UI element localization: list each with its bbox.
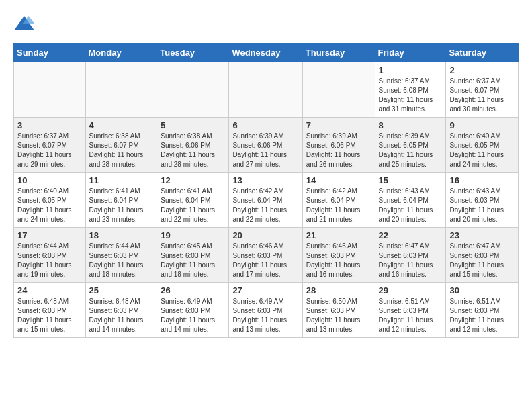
calendar-cell	[302, 62, 375, 118]
calendar-cell	[14, 62, 86, 118]
calendar-cell: 21Sunrise: 6:46 AM Sunset: 6:03 PM Dayli…	[302, 228, 375, 283]
calendar-cell: 11Sunrise: 6:41 AM Sunset: 6:04 PM Dayli…	[85, 173, 157, 228]
day-number: 16	[449, 175, 515, 185]
day-number: 25	[89, 285, 154, 295]
day-info: Sunrise: 6:39 AM Sunset: 6:06 PM Dayligh…	[306, 132, 371, 169]
day-info: Sunrise: 6:37 AM Sunset: 6:07 PM Dayligh…	[17, 132, 82, 169]
day-number: 8	[379, 120, 443, 130]
day-info: Sunrise: 6:47 AM Sunset: 6:03 PM Dayligh…	[379, 242, 443, 279]
day-number: 28	[306, 285, 371, 295]
calendar-header-monday: Monday	[85, 44, 157, 62]
day-info: Sunrise: 6:37 AM Sunset: 6:07 PM Dayligh…	[449, 77, 515, 114]
calendar-cell: 18Sunrise: 6:44 AM Sunset: 6:03 PM Dayli…	[85, 228, 157, 283]
day-number: 21	[306, 230, 371, 240]
day-info: Sunrise: 6:39 AM Sunset: 6:05 PM Dayligh…	[379, 132, 443, 169]
calendar-header-row: SundayMondayTuesdayWednesdayThursdayFrid…	[14, 44, 519, 62]
calendar-cell: 20Sunrise: 6:46 AM Sunset: 6:03 PM Dayli…	[229, 228, 302, 283]
day-info: Sunrise: 6:40 AM Sunset: 6:05 PM Dayligh…	[17, 187, 82, 224]
day-number: 10	[17, 175, 82, 185]
day-number: 5	[161, 120, 225, 130]
calendar-header-friday: Friday	[375, 44, 446, 62]
day-info: Sunrise: 6:43 AM Sunset: 6:04 PM Dayligh…	[379, 187, 443, 224]
day-info: Sunrise: 6:43 AM Sunset: 6:03 PM Dayligh…	[449, 187, 515, 224]
calendar-week-row: 17Sunrise: 6:44 AM Sunset: 6:03 PM Dayli…	[14, 228, 519, 283]
day-number: 22	[379, 230, 443, 240]
day-info: Sunrise: 6:42 AM Sunset: 6:04 PM Dayligh…	[306, 187, 371, 224]
day-info: Sunrise: 6:38 AM Sunset: 6:07 PM Dayligh…	[89, 132, 154, 169]
day-number: 20	[232, 230, 298, 240]
day-number: 9	[449, 120, 515, 130]
calendar-week-row: 24Sunrise: 6:48 AM Sunset: 6:03 PM Dayli…	[14, 283, 519, 338]
calendar-header-thursday: Thursday	[302, 44, 375, 62]
calendar-header-saturday: Saturday	[446, 44, 519, 62]
day-number: 11	[89, 175, 154, 185]
calendar-cell: 7Sunrise: 6:39 AM Sunset: 6:06 PM Daylig…	[302, 118, 375, 173]
calendar-cell: 22Sunrise: 6:47 AM Sunset: 6:03 PM Dayli…	[375, 228, 446, 283]
day-number: 13	[232, 175, 298, 185]
logo	[13, 13, 39, 35]
day-number: 4	[89, 120, 154, 130]
calendar-week-row: 3Sunrise: 6:37 AM Sunset: 6:07 PM Daylig…	[14, 118, 519, 173]
day-info: Sunrise: 6:44 AM Sunset: 6:03 PM Dayligh…	[17, 242, 82, 279]
day-number: 18	[89, 230, 154, 240]
day-info: Sunrise: 6:41 AM Sunset: 6:04 PM Dayligh…	[161, 187, 225, 224]
calendar-cell: 6Sunrise: 6:39 AM Sunset: 6:06 PM Daylig…	[229, 118, 302, 173]
calendar-cell	[157, 62, 229, 118]
calendar-cell: 26Sunrise: 6:49 AM Sunset: 6:03 PM Dayli…	[157, 283, 229, 338]
day-number: 12	[161, 175, 225, 185]
day-info: Sunrise: 6:45 AM Sunset: 6:03 PM Dayligh…	[161, 242, 225, 279]
calendar-cell	[229, 62, 302, 118]
day-info: Sunrise: 6:44 AM Sunset: 6:03 PM Dayligh…	[89, 242, 154, 279]
calendar-header-sunday: Sunday	[14, 44, 86, 62]
calendar-cell: 29Sunrise: 6:51 AM Sunset: 6:03 PM Dayli…	[375, 283, 446, 338]
calendar-week-row: 1Sunrise: 6:37 AM Sunset: 6:08 PM Daylig…	[14, 62, 519, 118]
day-number: 7	[306, 120, 371, 130]
day-info: Sunrise: 6:37 AM Sunset: 6:08 PM Dayligh…	[379, 77, 443, 114]
calendar-cell: 15Sunrise: 6:43 AM Sunset: 6:04 PM Dayli…	[375, 173, 446, 228]
calendar-cell: 23Sunrise: 6:47 AM Sunset: 6:03 PM Dayli…	[446, 228, 519, 283]
calendar-cell: 14Sunrise: 6:42 AM Sunset: 6:04 PM Dayli…	[302, 173, 375, 228]
day-info: Sunrise: 6:41 AM Sunset: 6:04 PM Dayligh…	[89, 187, 154, 224]
day-info: Sunrise: 6:50 AM Sunset: 6:03 PM Dayligh…	[306, 297, 371, 334]
day-number: 26	[161, 285, 225, 295]
day-number: 14	[306, 175, 371, 185]
calendar-cell: 19Sunrise: 6:45 AM Sunset: 6:03 PM Dayli…	[157, 228, 229, 283]
day-number: 30	[449, 285, 515, 295]
day-info: Sunrise: 6:51 AM Sunset: 6:03 PM Dayligh…	[379, 297, 443, 334]
day-number: 15	[379, 175, 443, 185]
day-info: Sunrise: 6:51 AM Sunset: 6:03 PM Dayligh…	[449, 297, 515, 334]
header	[13, 13, 519, 35]
calendar-cell: 30Sunrise: 6:51 AM Sunset: 6:03 PM Dayli…	[446, 283, 519, 338]
page: SundayMondayTuesdayWednesdayThursdayFrid…	[0, 0, 532, 351]
calendar-cell	[85, 62, 157, 118]
calendar-cell: 17Sunrise: 6:44 AM Sunset: 6:03 PM Dayli…	[14, 228, 86, 283]
day-number: 23	[449, 230, 515, 240]
calendar-cell: 4Sunrise: 6:38 AM Sunset: 6:07 PM Daylig…	[85, 118, 157, 173]
calendar-cell: 12Sunrise: 6:41 AM Sunset: 6:04 PM Dayli…	[157, 173, 229, 228]
day-number: 19	[161, 230, 225, 240]
calendar-cell: 27Sunrise: 6:49 AM Sunset: 6:03 PM Dayli…	[229, 283, 302, 338]
calendar-cell: 9Sunrise: 6:40 AM Sunset: 6:05 PM Daylig…	[446, 118, 519, 173]
day-info: Sunrise: 6:39 AM Sunset: 6:06 PM Dayligh…	[232, 132, 298, 169]
calendar-cell: 13Sunrise: 6:42 AM Sunset: 6:04 PM Dayli…	[229, 173, 302, 228]
day-number: 24	[17, 285, 82, 295]
day-number: 27	[232, 285, 298, 295]
calendar-header-wednesday: Wednesday	[229, 44, 302, 62]
day-number: 1	[379, 65, 443, 75]
day-number: 3	[17, 120, 82, 130]
calendar-cell: 16Sunrise: 6:43 AM Sunset: 6:03 PM Dayli…	[446, 173, 519, 228]
day-info: Sunrise: 6:46 AM Sunset: 6:03 PM Dayligh…	[232, 242, 298, 279]
day-info: Sunrise: 6:46 AM Sunset: 6:03 PM Dayligh…	[306, 242, 371, 279]
calendar-header-tuesday: Tuesday	[157, 44, 229, 62]
calendar-table: SundayMondayTuesdayWednesdayThursdayFrid…	[13, 43, 519, 338]
calendar-cell: 10Sunrise: 6:40 AM Sunset: 6:05 PM Dayli…	[14, 173, 86, 228]
calendar-cell: 8Sunrise: 6:39 AM Sunset: 6:05 PM Daylig…	[375, 118, 446, 173]
logo-icon	[13, 13, 35, 35]
day-info: Sunrise: 6:49 AM Sunset: 6:03 PM Dayligh…	[161, 297, 225, 334]
calendar-week-row: 10Sunrise: 6:40 AM Sunset: 6:05 PM Dayli…	[14, 173, 519, 228]
day-info: Sunrise: 6:48 AM Sunset: 6:03 PM Dayligh…	[17, 297, 82, 334]
day-number: 17	[17, 230, 82, 240]
calendar-cell: 1Sunrise: 6:37 AM Sunset: 6:08 PM Daylig…	[375, 62, 446, 118]
day-info: Sunrise: 6:48 AM Sunset: 6:03 PM Dayligh…	[89, 297, 154, 334]
calendar-cell: 3Sunrise: 6:37 AM Sunset: 6:07 PM Daylig…	[14, 118, 86, 173]
